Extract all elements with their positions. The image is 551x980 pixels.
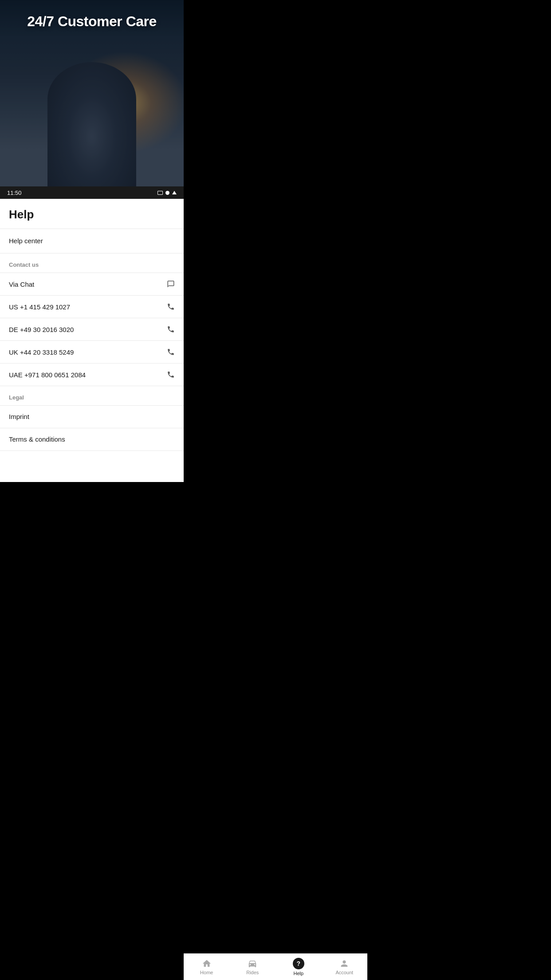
content-area: Help Help center Contact us Via Chat US … xyxy=(0,199,184,482)
status-time: 11:50 xyxy=(7,190,22,196)
chat-icon xyxy=(167,280,175,288)
phone-icon-de xyxy=(167,325,175,333)
battery-icon xyxy=(157,191,163,195)
status-bar: 11:50 xyxy=(0,186,184,199)
contact-item-uk[interactable]: UK +44 20 3318 5249 xyxy=(0,341,184,364)
contact-item-uae-label: UAE +971 800 0651 2084 xyxy=(9,371,86,379)
contact-section-header: Contact us xyxy=(0,253,184,273)
page-wrapper: 24/7 Customer Care 11:50 Help Help cente… xyxy=(0,0,184,482)
contact-item-us-label: US +1 415 429 1027 xyxy=(9,303,70,311)
hero-title: 24/7 Customer Care xyxy=(0,13,184,30)
contact-item-chat-label: Via Chat xyxy=(9,281,34,288)
help-center-row[interactable]: Help center xyxy=(0,229,184,253)
bottom-spacer xyxy=(0,451,184,482)
hero-section: 24/7 Customer Care xyxy=(0,0,184,186)
legal-item-terms-label: Terms & conditions xyxy=(9,435,65,443)
phone-icon-uae xyxy=(167,371,175,379)
legal-item-imprint-label: Imprint xyxy=(9,413,29,420)
legal-item-imprint[interactable]: Imprint xyxy=(0,406,184,428)
page-title: Help xyxy=(0,199,184,229)
contact-item-us[interactable]: US +1 415 429 1027 xyxy=(0,296,184,318)
phone-icon-us xyxy=(167,303,175,311)
contact-item-de[interactable]: DE +49 30 2016 3020 xyxy=(0,318,184,341)
contact-item-chat[interactable]: Via Chat xyxy=(0,273,184,296)
status-icons xyxy=(157,191,177,195)
signal-icon xyxy=(165,191,169,195)
legal-section-header: Legal xyxy=(0,386,184,406)
phone-icon-uk xyxy=(167,348,175,356)
help-center-label: Help center xyxy=(9,237,43,245)
contact-item-de-label: DE +49 30 2016 3020 xyxy=(9,326,74,333)
contact-item-uk-label: UK +44 20 3318 5249 xyxy=(9,348,74,356)
legal-item-terms[interactable]: Terms & conditions xyxy=(0,428,184,451)
wifi-icon xyxy=(172,191,177,194)
contact-item-uae[interactable]: UAE +971 800 0651 2084 xyxy=(0,364,184,386)
